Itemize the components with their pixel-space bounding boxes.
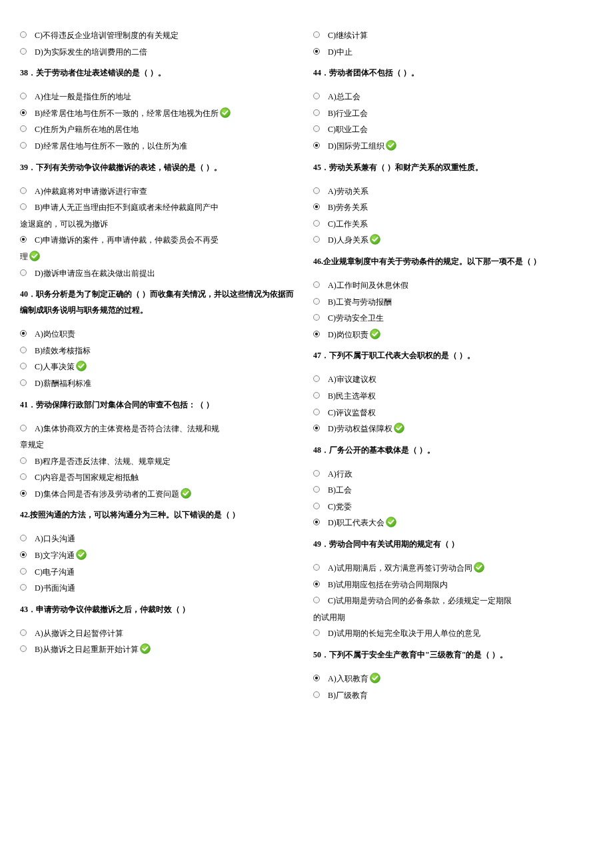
q39-option-2[interactable]: C)申请撤诉的案件，再申请仲裁，仲裁委员会不再受 <box>20 233 300 248</box>
left-pre-option-1[interactable]: D)为实际发生的培训费用的二倍 <box>20 45 300 60</box>
radio-icon[interactable] <box>313 125 320 132</box>
radio-icon[interactable] <box>313 375 320 382</box>
radio-icon[interactable] <box>20 48 27 55</box>
q42-option-2[interactable]: C)电子沟通 <box>20 565 300 580</box>
q47-option-2[interactable]: C)评议监督权 <box>313 406 593 421</box>
q38-option-2[interactable]: C)住所为户籍所在地的居住地 <box>20 123 300 137</box>
q45-option-3[interactable]: D)人身关系 <box>313 233 593 248</box>
radio-icon[interactable] <box>20 535 27 541</box>
q39-option-1[interactable]: B)申请人无正当理由拒不到庭或者未经仲裁庭同产中 <box>20 201 300 215</box>
radio-icon[interactable] <box>20 457 27 464</box>
radio-icon[interactable] <box>20 568 27 575</box>
radio-icon[interactable] <box>20 425 27 431</box>
q43-option-1[interactable]: B)从撤诉之日起重新开始计算 <box>20 643 300 657</box>
radio-icon[interactable] <box>20 187 27 194</box>
radio-icon[interactable] <box>313 503 320 509</box>
q39-option-0[interactable]: A)仲裁庭将对申请撤诉进行审查 <box>20 185 300 199</box>
radio-icon[interactable] <box>313 203 320 210</box>
radio-icon[interactable] <box>313 425 320 431</box>
q47-option-3[interactable]: D)劳动权益保障权 <box>313 422 593 437</box>
q40-option-2[interactable]: C)人事决策 <box>20 360 300 375</box>
q45-option-1[interactable]: B)劳务关系 <box>313 201 593 215</box>
q49-option-1[interactable]: B)试用期应包括在劳动合同期限内 <box>313 578 593 593</box>
q44-option-1[interactable]: B)行业工会 <box>313 107 593 121</box>
q44-option-2[interactable]: C)职业工会 <box>313 123 593 137</box>
q40-option-1[interactable]: B)绩效考核指标 <box>20 344 300 359</box>
radio-icon[interactable] <box>20 473 27 480</box>
radio-icon[interactable] <box>20 142 27 149</box>
radio-icon[interactable] <box>313 486 320 493</box>
radio-icon[interactable] <box>20 269 27 276</box>
q42-option-3[interactable]: D)书面沟通 <box>20 581 300 596</box>
q41-option-1[interactable]: B)程序是否违反法律、法规、规章规定 <box>20 455 300 469</box>
radio-icon[interactable] <box>313 187 320 194</box>
q50-option-0[interactable]: A)入职教育 <box>313 672 593 687</box>
radio-icon[interactable] <box>20 551 27 558</box>
radio-icon[interactable] <box>313 314 320 321</box>
q48-option-1[interactable]: B)工会 <box>313 483 593 498</box>
radio-icon[interactable] <box>20 379 27 386</box>
radio-icon[interactable] <box>20 363 27 369</box>
q48-option-3[interactable]: D)职工代表大会 <box>313 516 593 531</box>
right-pre-option-1[interactable]: D)中止 <box>313 45 593 60</box>
q38-option-1[interactable]: B)经常居住地与住所不一致的，经常居住地视为住所 <box>20 107 300 121</box>
q50-option-1[interactable]: B)厂级教育 <box>313 689 593 703</box>
radio-icon[interactable] <box>313 142 320 149</box>
q44-option-0[interactable]: A)总工会 <box>313 90 593 105</box>
q45-option-2[interactable]: C)工作关系 <box>313 217 593 232</box>
radio-icon[interactable] <box>20 584 27 591</box>
radio-icon[interactable] <box>20 330 27 337</box>
q46-option-1[interactable]: B)工资与劳动报酬 <box>313 295 593 310</box>
q46-option-2[interactable]: C)劳动安全卫生 <box>313 311 593 326</box>
q45-option-0[interactable]: A)劳动关系 <box>313 185 593 199</box>
radio-icon[interactable] <box>313 519 320 525</box>
q47-option-0[interactable]: A)审议建议权 <box>313 373 593 387</box>
q49-option-2[interactable]: C)试用期是劳动合同的必备条款，必须规定一定期限 <box>313 594 593 609</box>
radio-icon[interactable] <box>313 597 320 603</box>
radio-icon[interactable] <box>20 490 27 497</box>
radio-icon[interactable] <box>313 675 320 681</box>
q40-option-0[interactable]: A)岗位职责 <box>20 327 300 342</box>
q40-option-3[interactable]: D)薪酬福利标准 <box>20 377 300 391</box>
q38-option-3[interactable]: D)经常居住地与住所不一致的，以住所为准 <box>20 139 300 154</box>
q43-option-0[interactable]: A)从撤诉之日起暂停计算 <box>20 627 300 641</box>
radio-icon[interactable] <box>20 645 27 652</box>
right-pre-option-0[interactable]: C)继续计算 <box>313 29 593 43</box>
radio-icon[interactable] <box>313 581 320 587</box>
radio-icon[interactable] <box>313 281 320 288</box>
q47-option-1[interactable]: B)民主选举权 <box>313 389 593 404</box>
q41-option-0[interactable]: A)集体协商双方的主体资格是否符合法律、法规和规 <box>20 422 300 437</box>
radio-icon[interactable] <box>313 48 320 55</box>
radio-icon[interactable] <box>20 347 27 353</box>
radio-icon[interactable] <box>20 109 27 116</box>
q42-option-1[interactable]: B)文字沟通 <box>20 549 300 563</box>
radio-icon[interactable] <box>313 409 320 415</box>
radio-icon[interactable] <box>20 203 27 210</box>
q46-option-3[interactable]: D)岗位职责 <box>313 328 593 343</box>
radio-icon[interactable] <box>313 691 320 698</box>
radio-icon[interactable] <box>20 31 27 38</box>
q38-option-0[interactable]: A)住址一般是指住所的地址 <box>20 90 300 105</box>
q39-option-3[interactable]: D)撤诉申请应当在裁决做出前提出 <box>20 267 300 281</box>
radio-icon[interactable] <box>313 629 320 636</box>
q41-option-3[interactable]: D)集体合同是否有涉及劳动者的工资问题 <box>20 487 300 502</box>
radio-icon[interactable] <box>313 564 320 571</box>
radio-icon[interactable] <box>313 31 320 38</box>
left-pre-option-0[interactable]: C)不得违反企业培训管理制度的有关规定 <box>20 29 300 43</box>
q44-option-3[interactable]: D)国际劳工组织 <box>313 139 593 154</box>
radio-icon[interactable] <box>313 236 320 243</box>
q42-option-0[interactable]: A)口头沟通 <box>20 532 300 547</box>
q41-option-2[interactable]: C)内容是否与国家规定相抵触 <box>20 471 300 485</box>
radio-icon[interactable] <box>313 298 320 305</box>
q48-option-0[interactable]: A)行政 <box>313 467 593 482</box>
radio-icon[interactable] <box>313 331 320 337</box>
radio-icon[interactable] <box>20 629 27 636</box>
radio-icon[interactable] <box>313 109 320 116</box>
radio-icon[interactable] <box>313 470 320 477</box>
q49-option-3[interactable]: D)试用期的长短完全取决于用人单位的意见 <box>313 627 593 641</box>
radio-icon[interactable] <box>313 93 320 99</box>
radio-icon[interactable] <box>20 93 27 99</box>
q48-option-2[interactable]: C)党委 <box>313 500 593 515</box>
radio-icon[interactable] <box>20 236 27 243</box>
q49-option-0[interactable]: A)试用期满后，双方满意再签订劳动合同 <box>313 561 593 576</box>
